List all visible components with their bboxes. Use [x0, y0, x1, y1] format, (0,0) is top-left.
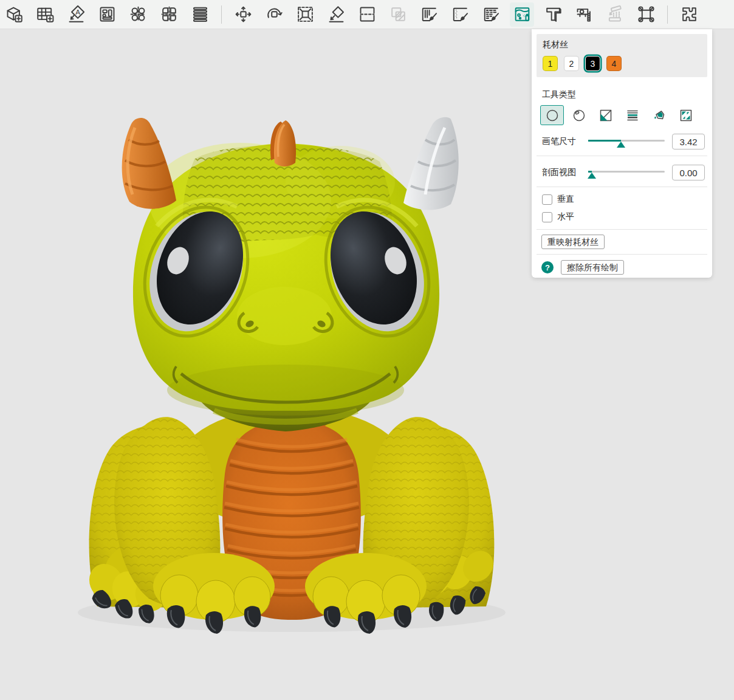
- vertical-checkbox-label: 垂直: [557, 194, 574, 205]
- section-view-slider[interactable]: [588, 168, 665, 177]
- section-view-label: 剖面视图: [542, 167, 588, 178]
- split-to-objects-icon[interactable]: [126, 2, 150, 27]
- assembly-frame-icon[interactable]: [634, 2, 658, 27]
- auto-orient-icon[interactable]: A: [64, 2, 88, 27]
- panel-bottom-row: ? 擦除所有绘制: [541, 260, 712, 275]
- filament-swatches: 1 2 3 4: [543, 56, 701, 71]
- smart-fill-tool-icon[interactable]: [674, 105, 698, 125]
- divider: [537, 254, 707, 255]
- horizontal-checkbox-label: 水平: [557, 211, 574, 222]
- horizontal-option-row: 水平: [542, 211, 702, 222]
- horizontal-checkbox[interactable]: [542, 212, 552, 222]
- bucket-fill-tool-icon[interactable]: [647, 105, 671, 125]
- front-foot-left[interactable]: [153, 553, 275, 634]
- divider: [537, 187, 707, 187]
- support-painting-icon[interactable]: [417, 2, 441, 27]
- dragon-group: [78, 117, 506, 634]
- main-toolbar: A: [0, 0, 734, 29]
- scale-icon[interactable]: [293, 2, 317, 27]
- erase-all-button[interactable]: 擦除所有绘制: [561, 260, 624, 275]
- nose: [237, 287, 332, 345]
- seam-painting-icon[interactable]: [448, 2, 472, 27]
- filament-title: 耗材丝: [543, 39, 701, 50]
- horn-left: [122, 118, 176, 209]
- toolbar-separator: [221, 5, 222, 24]
- puzzle-assembly-icon[interactable]: [677, 2, 701, 27]
- filament-swatch-1[interactable]: 1: [543, 56, 558, 71]
- brush-size-slider[interactable]: [588, 137, 665, 146]
- text-tool-icon[interactable]: [541, 2, 565, 27]
- rotate-icon[interactable]: [262, 2, 286, 27]
- remap-filament-button[interactable]: 重映射耗材丝: [541, 235, 605, 249]
- triangle-tool-icon[interactable]: [594, 105, 617, 125]
- toolbar-separator: [667, 5, 668, 24]
- filament-swatch-3[interactable]: 3: [585, 56, 600, 71]
- tool-type-row: [540, 105, 712, 125]
- cut-icon[interactable]: [355, 2, 379, 27]
- brush-size-row: 画笔尺寸: [542, 132, 704, 151]
- vertical-checkbox[interactable]: [542, 194, 552, 205]
- add-object-icon[interactable]: [2, 2, 26, 27]
- section-view-value[interactable]: [672, 165, 705, 180]
- measure-icon[interactable]: [572, 2, 596, 27]
- brush-size-thumb[interactable]: [617, 142, 625, 148]
- height-range-tool-icon[interactable]: [620, 105, 644, 125]
- tool-type-title: 工具类型: [542, 89, 712, 100]
- color-painting-icon[interactable]: [510, 2, 534, 27]
- filament-swatch-4[interactable]: 4: [606, 56, 622, 71]
- divider: [537, 156, 707, 156]
- vertical-option-row: 垂直: [542, 194, 702, 205]
- section-view-thumb[interactable]: [588, 173, 596, 179]
- variable-layer-height-icon[interactable]: [188, 2, 212, 27]
- arrange-icon[interactable]: [95, 2, 119, 27]
- fuzzy-skin-painting-icon[interactable]: [479, 2, 503, 27]
- brush-size-label: 画笔尺寸: [542, 136, 588, 147]
- section-view-row: 剖面视图: [542, 163, 704, 182]
- add-plate-icon[interactable]: [33, 2, 57, 27]
- brush-size-value[interactable]: [672, 134, 705, 149]
- sphere-tool-icon[interactable]: [567, 105, 591, 125]
- help-icon[interactable]: ?: [541, 261, 554, 273]
- divider: [537, 229, 707, 230]
- split-to-parts-icon[interactable]: [157, 2, 181, 27]
- svg-text:A: A: [75, 8, 80, 16]
- circle-tool-icon[interactable]: [540, 105, 564, 125]
- lay-flat-icon: [603, 2, 627, 27]
- mesh-boolean-icon: [386, 2, 410, 27]
- filament-section: 耗材丝 1 2 3 4: [537, 34, 707, 77]
- place-on-face-icon[interactable]: [324, 2, 348, 27]
- color-painting-panel: 耗材丝 1 2 3 4 工具类型 画笔尺寸: [532, 29, 712, 278]
- filament-swatch-2[interactable]: 2: [564, 56, 579, 71]
- horn-right: [403, 117, 459, 210]
- remap-row: 重映射耗材丝: [541, 235, 712, 249]
- move-icon[interactable]: [231, 2, 255, 27]
